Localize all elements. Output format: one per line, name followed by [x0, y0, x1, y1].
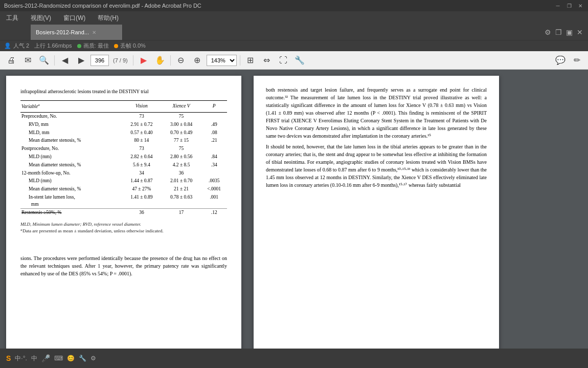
window-close-icon[interactable]: ✕ [576, 27, 584, 37]
col-xience: Xience V [162, 101, 201, 113]
table-row: Postprocedure, No. 73 75 [20, 145, 227, 153]
page-number-input[interactable] [91, 55, 109, 66]
next-page-button[interactable]: ▶ [74, 53, 88, 68]
data-table: Variablea Vision Xience V P Preprocedure… [20, 100, 227, 217]
row-label: Restenosis ≥50%, % [20, 209, 122, 217]
col-variable: Variablea [20, 101, 122, 113]
row-label: Postprocedure, No. [20, 145, 122, 153]
table-row: Mean diameter stenosis, % 5.6 ± 9.4 4.2 … [20, 161, 227, 169]
email-button[interactable]: ✉ [20, 53, 35, 68]
hand-tool-button[interactable]: ✋ [153, 53, 167, 68]
search-button[interactable]: 🔍 [37, 53, 51, 68]
row-p: .21 [201, 137, 227, 145]
col-p: P [201, 101, 227, 113]
sogou-mic-btn[interactable]: 🎤 [41, 354, 50, 362]
quality-dot [77, 44, 81, 48]
comment-button[interactable]: 💬 [553, 53, 568, 68]
row-p: .84 [201, 153, 227, 161]
menu-view[interactable]: 视图(V) [29, 13, 53, 24]
row-vision: 2.91 ± 0.72 [122, 121, 162, 129]
active-tab[interactable]: Bosiers-2012-Rand... ✕ [31, 25, 123, 40]
row-vision: 1.44 ± 0.87 [122, 177, 162, 185]
row-vision: 36 [122, 209, 162, 217]
row-vision: 73 [122, 113, 162, 121]
row-xience: 2.80 ± 0.56 [162, 153, 201, 161]
sogou-emoji-btn[interactable]: 😊 [67, 355, 75, 362]
settings-icon[interactable]: ⚙ [544, 27, 552, 37]
table-row: MLD (mm) 1.44 ± 0.87 2.01 ± 0.70 .0035 [20, 177, 227, 185]
row-label: MLD, mm [20, 129, 122, 137]
row-vision: 34 [122, 169, 162, 178]
row-vision: 73 [122, 145, 162, 153]
left-body-text: sions. The procedures were performed ide… [20, 254, 227, 277]
app-title: Bosiers-2012-Randomized comparison of ev… [4, 3, 201, 9]
row-vision: 1.41 ± 0.89 [122, 193, 162, 209]
zoom-out-button[interactable]: ⊖ [174, 53, 188, 68]
tile-icon[interactable]: ▣ [565, 27, 574, 37]
row-xience: 4.2 ± 8.5 [162, 161, 201, 169]
table-row: Mean diameter stenosis, % 80 ± 14 77 ± 1… [20, 137, 227, 145]
table-row: 12-month follow-up, No. 34 36 [20, 169, 227, 178]
zoom-select[interactable]: 50% 75% 100% 125% 143% 150% 200% [207, 55, 237, 66]
row-xience: 17 [162, 209, 201, 217]
menu-help[interactable]: 帮助(H) [96, 13, 121, 24]
row-xience: 0.78 ± 0.63 [162, 193, 201, 209]
pdf-page-left: infrapopliteal atherosclerotic lesions t… [6, 76, 241, 362]
separator-4 [240, 55, 240, 66]
sogou-chinese-btn[interactable]: 中 [31, 354, 37, 363]
table-row: Preprocedure, No. 73 75 [20, 113, 227, 121]
restore-icon[interactable]: ❐ [554, 27, 563, 37]
row-xience: 0.70 ± 0.49 [162, 129, 201, 137]
right-paragraph-2: It should be noted, however, that the la… [266, 143, 487, 189]
tab-bar: Bosiers-2012-Rand... ✕ ⚙ ❐ ▣ ✕ [0, 25, 588, 40]
row-p [201, 169, 227, 178]
menu-tools[interactable]: 工具 [4, 13, 20, 24]
row-xience: 77 ± 15 [162, 137, 201, 145]
sogou-keyboard-btn[interactable]: ⌨ [54, 355, 63, 362]
pen-button[interactable]: ✏ [570, 53, 584, 68]
fullscreen-button[interactable]: ⛶ [276, 53, 290, 68]
upload-speed: 上行 1.66mbps [34, 42, 72, 50]
tools-button[interactable]: 🔧 [292, 53, 307, 68]
fit-page-button[interactable]: ⊞ [243, 53, 258, 68]
jitter-dot [114, 44, 118, 48]
table-row: In-stent late lumen loss, mm 1.41 ± 0.89… [20, 193, 227, 209]
col-vision: Vision [122, 101, 162, 113]
restore-button[interactable]: ❐ [566, 2, 573, 9]
prev-page-button[interactable]: ◀ [58, 53, 72, 68]
tab-label: Bosiers-2012-Rand... [36, 29, 89, 35]
row-p [201, 145, 227, 153]
zoom-in-button[interactable]: ⊕ [190, 53, 205, 68]
table-caption-above: infrapopliteal atherosclerotic lesions t… [20, 88, 227, 95]
separator-3 [170, 55, 171, 66]
menu-window[interactable]: 窗口(W) [61, 13, 87, 24]
tab-close-button[interactable]: ✕ [92, 30, 96, 35]
row-p: .49 [201, 121, 227, 129]
row-p: .12 [201, 209, 227, 217]
row-xience: 75 [162, 145, 201, 153]
row-vision: 0.57 ± 0.40 [122, 129, 162, 137]
quality-indicator: 画质: 最佳 [77, 42, 109, 50]
sogou-settings-btn[interactable]: ⚙ [91, 355, 96, 362]
fit-width-button[interactable]: ⇔ [260, 53, 274, 68]
row-vision: 80 ± 14 [122, 137, 162, 145]
toolbar: 🖨 ✉ 🔍 ◀ ▶ (7 / 9) ▶ ✋ ⊖ ⊕ 50% 75% 100% 1… [0, 51, 588, 70]
table-row: Mean diameter stenosis, % 47 ± 27% 21 ± … [20, 185, 227, 193]
right-body-text: both restenosis and target lesion failur… [266, 86, 487, 189]
connection-bar: 👤 人气 2 上行 1.66mbps 画质: 最佳 丢帧 0.0% [0, 40, 588, 51]
cursor-tool-button[interactable]: ▶ [137, 53, 151, 68]
table-row: MLD (mm) 2.82 ± 0.64 2.80 ± 0.56 .84 [20, 153, 227, 161]
minimize-button[interactable]: ─ [554, 2, 561, 9]
pdf-area: infrapopliteal atherosclerotic lesions t… [0, 70, 588, 368]
row-vision: 2.82 ± 0.64 [122, 153, 162, 161]
close-button[interactable]: ✕ [577, 2, 584, 9]
row-xience: 21 ± 21 [162, 185, 201, 193]
sogou-label: 中·°. [15, 354, 27, 363]
sogou-tools-btn[interactable]: 🔧 [79, 355, 86, 362]
row-p: .34 [201, 161, 227, 169]
row-label: MLD (mm) [20, 177, 122, 185]
table-row: Restenosis ≥50%, % 36 17 .12 [20, 209, 227, 217]
row-p: <.0001 [201, 185, 227, 193]
table-row: RVD, mm 2.91 ± 0.72 3.00 ± 0.84 .49 [20, 121, 227, 129]
print-button[interactable]: 🖨 [4, 53, 18, 68]
